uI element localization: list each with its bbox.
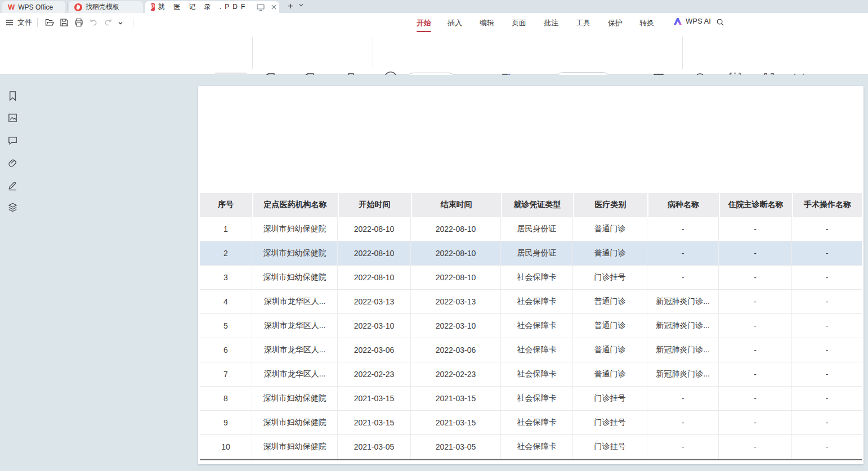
table-cell: - <box>719 314 792 338</box>
table-cell: 普通门诊 <box>573 241 647 266</box>
tab-wps-office[interactable]: W WPS Office <box>2 1 65 13</box>
open-folder-icon[interactable] <box>45 18 54 27</box>
table-cell: - <box>647 217 719 241</box>
table-cell: 7 <box>200 362 252 387</box>
table-cell: 深圳市龙华区人... <box>252 338 338 362</box>
table-cell: 1 <box>200 217 252 241</box>
thumbnail-panel-icon[interactable] <box>7 113 18 123</box>
table-cell: 门诊挂号 <box>573 411 647 435</box>
table-cell: 2021-03-05 <box>338 435 411 459</box>
table-cell: 社会保障卡 <box>501 362 573 387</box>
table-cell: - <box>719 387 792 411</box>
table-cell: 社会保障卡 <box>501 387 573 411</box>
table-cell: 深圳市妇幼保健院 <box>252 266 338 290</box>
layers-panel-icon[interactable] <box>7 202 18 213</box>
quick-access-chevron-icon[interactable] <box>118 20 123 26</box>
table-cell: 2021-03-15 <box>411 387 501 411</box>
tab-docer-templates[interactable]: 找稻壳模板 <box>69 1 143 13</box>
table-cell: - <box>792 411 862 435</box>
menu-tab-7[interactable]: 保护 <box>608 17 623 29</box>
table-cell: 2022-08-10 <box>411 266 501 290</box>
menu-tab-4[interactable]: 页面 <box>512 17 526 29</box>
table-cell: 2022-03-13 <box>411 290 501 314</box>
table-cell: 普通门诊 <box>573 338 647 362</box>
table-cell: 门诊挂号 <box>573 266 647 290</box>
table-cell: - <box>792 241 862 266</box>
menu-tab-6[interactable]: 工具 <box>576 17 590 29</box>
menu-tab-5[interactable]: 批注 <box>544 17 558 29</box>
table-row: 5深圳市龙华区人...2022-03-102022-03-10社会保障卡普通门诊… <box>200 314 862 338</box>
medical-records-table: 序号定点医药机构名称开始时间结束时间就诊凭证类型医疗类别病种名称住院主诊断名称手… <box>200 193 862 460</box>
save-icon[interactable] <box>60 18 69 27</box>
ribbon-toolbar: 手型 选择 PDF转换 <box>0 32 868 75</box>
table-cell: 门诊挂号 <box>573 435 647 459</box>
table-cell: 2022-08-10 <box>338 217 411 241</box>
tab-list-chevron-icon[interactable] <box>298 2 304 8</box>
table-cell: - <box>792 362 862 387</box>
table-cell: - <box>647 387 719 411</box>
table-cell: 2022-08-10 <box>411 241 501 266</box>
table-cell: - <box>792 217 862 241</box>
bookmark-panel-icon[interactable] <box>7 91 18 101</box>
redo-icon[interactable] <box>104 18 113 27</box>
table-cell: 深圳市妇幼保健院 <box>252 387 338 411</box>
table-cell: - <box>719 217 792 241</box>
table-cell: 普通门诊 <box>573 314 647 338</box>
file-menu-button[interactable]: 文件 <box>6 13 32 32</box>
table-row: 6深圳市龙华区人...2022-03-062022-03-06社会保障卡普通门诊… <box>200 338 862 362</box>
table-header-row: 序号定点医药机构名称开始时间结束时间就诊凭证类型医疗类别病种名称住院主诊断名称手… <box>200 193 862 217</box>
monitor-icon[interactable] <box>256 3 265 12</box>
close-tab-icon[interactable] <box>271 4 277 10</box>
table-cell: 社会保障卡 <box>501 411 573 435</box>
table-cell: 深圳市妇幼保健院 <box>252 217 338 241</box>
table-cell: - <box>792 435 862 459</box>
table-cell: - <box>719 241 792 266</box>
wps-ai-button[interactable]: WPS AI <box>673 17 711 25</box>
new-tab-button[interactable]: + <box>285 0 296 12</box>
menu-tab-1[interactable]: 开始 <box>417 17 431 29</box>
file-menu-label: 文件 <box>17 17 32 28</box>
table-row: 1深圳市妇幼保健院2022-08-102022-08-10居民身份证普通门诊--… <box>200 217 862 241</box>
column-header: 医疗类别 <box>573 193 647 217</box>
comment-panel-icon[interactable] <box>7 135 18 146</box>
wps-ai-icon <box>673 17 682 25</box>
menu-tab-8[interactable]: 转换 <box>639 17 654 29</box>
pdf-page[interactable]: 序号定点医药机构名称开始时间结束时间就诊凭证类型医疗类别病种名称住院主诊断名称手… <box>198 86 863 464</box>
signature-panel-icon[interactable] <box>7 180 18 191</box>
table-cell: - <box>792 290 862 314</box>
table-row: 3深圳市妇幼保健院2022-08-102022-08-10社会保障卡门诊挂号--… <box>200 266 862 290</box>
table-cell: 2022-03-06 <box>338 338 411 362</box>
table-row: 10深圳市妇幼保健院2021-03-052021-03-05社会保障卡门诊挂号-… <box>200 435 862 459</box>
window-tab-bar: W WPS Office 找稻壳模板 P 就 医 记 录 .PDF + <box>0 0 868 13</box>
table-cell: 新冠肺炎门诊... <box>647 338 719 362</box>
table-cell: 普通门诊 <box>573 217 647 241</box>
table-cell: - <box>719 435 792 459</box>
print-icon[interactable] <box>74 18 83 27</box>
table-cell: 深圳市妇幼保健院 <box>252 241 338 266</box>
pdf-file-icon: P <box>151 3 155 11</box>
table-cell: - <box>647 411 719 435</box>
menu-search-icon[interactable] <box>716 18 724 26</box>
table-cell: 新冠肺炎门诊... <box>647 314 719 338</box>
table-cell: 5 <box>200 314 252 338</box>
undo-icon[interactable] <box>89 18 98 27</box>
column-header: 开始时间 <box>338 193 411 217</box>
table-cell: 2 <box>200 241 252 266</box>
tab-document-pdf[interactable]: P 就 医 记 录 .PDF <box>145 1 279 13</box>
table-row: 2深圳市妇幼保健院2022-08-102022-08-10居民身份证普通门诊--… <box>200 241 862 266</box>
column-header: 病种名称 <box>647 193 719 217</box>
divider <box>682 37 683 69</box>
divider <box>252 37 253 69</box>
table-row: 8深圳市妇幼保健院2021-03-152021-03-15社会保障卡门诊挂号--… <box>200 387 862 411</box>
table-cell: 2022-03-06 <box>411 338 501 362</box>
table-cell: 2022-03-13 <box>338 290 411 314</box>
attachment-panel-icon[interactable] <box>7 158 18 168</box>
table-cell: - <box>719 290 792 314</box>
table-cell: 8 <box>200 387 252 411</box>
table-cell: - <box>647 266 719 290</box>
table-cell: 社会保障卡 <box>501 266 573 290</box>
menu-tab-2[interactable]: 插入 <box>448 17 462 29</box>
menu-tab-3[interactable]: 编辑 <box>480 17 494 29</box>
table-cell: - <box>792 387 862 411</box>
divider <box>133 18 133 27</box>
